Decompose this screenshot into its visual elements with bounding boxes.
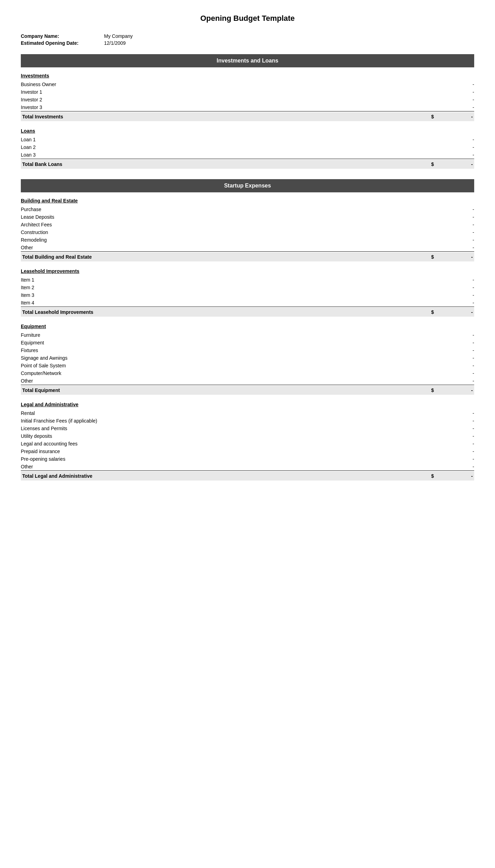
item-value: - <box>433 277 474 283</box>
item-value: - <box>433 82 474 87</box>
item-label: Other <box>21 245 433 250</box>
legal-subsection: Legal and Administrative Rental - Initia… <box>21 402 474 481</box>
item-value: - <box>433 105 474 110</box>
item-label: Architect Fees <box>21 222 433 227</box>
total-building-row: Total Building and Real Estate $ - <box>21 252 474 261</box>
item-label: Construction <box>21 229 433 235</box>
list-item: Equipment - <box>21 339 474 347</box>
building-subsection: Building and Real Estate Purchase - Leas… <box>21 198 474 261</box>
total-loans-row: Total Bank Loans $ - <box>21 160 474 169</box>
startup-expenses-section: Startup Expenses Building and Real Estat… <box>21 179 474 481</box>
list-item: Other - <box>21 377 474 385</box>
item-value: - <box>433 355 474 361</box>
total-value: - <box>442 114 473 119</box>
list-item: Initial Franchise Fees (if applicable) - <box>21 417 474 425</box>
item-value: - <box>433 340 474 345</box>
currency-symbol: $ <box>431 161 442 167</box>
total-label: Total Building and Real Estate <box>22 254 431 260</box>
investments-title: Investments <box>21 73 474 78</box>
item-label: Item 2 <box>21 285 433 290</box>
list-item: Utility deposits - <box>21 432 474 440</box>
list-item: Item 1 - <box>21 276 474 284</box>
item-label: Legal and accounting fees <box>21 441 433 446</box>
item-value: - <box>433 229 474 235</box>
total-value: - <box>442 161 473 167</box>
item-value: - <box>433 464 474 469</box>
list-item: Computer/Network - <box>21 369 474 377</box>
item-value: - <box>433 97 474 102</box>
item-value: - <box>433 300 474 306</box>
item-label: Investor 2 <box>21 97 433 102</box>
item-label: Pre-opening salaries <box>21 456 433 462</box>
meta-section: Company Name: My Company Estimated Openi… <box>21 33 474 46</box>
item-label: Purchase <box>21 207 433 212</box>
currency-symbol: $ <box>431 309 442 315</box>
item-value: - <box>433 418 474 424</box>
total-value: - <box>442 473 473 479</box>
currency-symbol: $ <box>431 254 442 260</box>
total-legal-row: Total Legal and Administrative $ - <box>21 471 474 481</box>
list-item: Fixtures - <box>21 347 474 354</box>
item-value: - <box>433 152 474 158</box>
total-label: Total Bank Loans <box>22 161 431 167</box>
leasehold-subsection: Leasehold Improvements Item 1 - Item 2 -… <box>21 268 474 317</box>
startup-expenses-header: Startup Expenses <box>21 179 474 192</box>
total-equipment-row: Total Equipment $ - <box>21 386 474 395</box>
currency-symbol: $ <box>431 387 442 393</box>
total-label: Total Legal and Administrative <box>22 473 431 479</box>
list-item: Investor 3 - <box>21 103 474 111</box>
list-item: Investor 1 - <box>21 88 474 96</box>
total-label: Total Leasehold Improvements <box>22 309 431 315</box>
item-value: - <box>433 89 474 95</box>
leasehold-title: Leasehold Improvements <box>21 268 474 274</box>
investments-loans-section: Investments and Loans Investments Busine… <box>21 54 474 169</box>
list-item: Furniture - <box>21 331 474 339</box>
item-label: Rental <box>21 410 433 416</box>
item-label: Prepaid insurance <box>21 449 433 454</box>
company-value: My Company <box>104 33 133 39</box>
loans-title: Loans <box>21 128 474 134</box>
list-item: Loan 1 - <box>21 136 474 143</box>
list-item: Purchase - <box>21 206 474 213</box>
list-item: Loan 2 - <box>21 143 474 151</box>
currency-symbol: $ <box>431 114 442 119</box>
item-value: - <box>433 237 474 243</box>
item-value: - <box>433 292 474 298</box>
item-label: Initial Franchise Fees (if applicable) <box>21 418 433 424</box>
list-item: Point of Sale System - <box>21 362 474 369</box>
page-title: Opening Budget Template <box>21 14 474 23</box>
list-item: Pre-opening salaries - <box>21 455 474 463</box>
total-leasehold-row: Total Leasehold Improvements $ - <box>21 308 474 317</box>
item-value: - <box>433 245 474 250</box>
building-title: Building and Real Estate <box>21 198 474 203</box>
item-value: - <box>433 410 474 416</box>
item-value: - <box>433 207 474 212</box>
item-label: Lease Deposits <box>21 214 433 220</box>
currency-symbol: $ <box>431 473 442 479</box>
item-value: - <box>433 363 474 368</box>
item-label: Remodeling <box>21 237 433 243</box>
list-item: Rental - <box>21 409 474 417</box>
investments-subsection: Investments Business Owner - Investor 1 … <box>21 73 474 121</box>
item-value: - <box>433 370 474 376</box>
list-item: Remodeling - <box>21 236 474 244</box>
item-label: Other <box>21 378 433 384</box>
item-label: Licenses and Permits <box>21 426 433 431</box>
total-investments-row: Total Investments $ - <box>21 112 474 121</box>
equipment-title: Equipment <box>21 324 474 329</box>
list-item: Lease Deposits - <box>21 213 474 221</box>
list-item: Construction - <box>21 228 474 236</box>
legal-title: Legal and Administrative <box>21 402 474 407</box>
item-value: - <box>433 449 474 454</box>
list-item: Item 3 - <box>21 291 474 299</box>
list-item: Loan 3 - <box>21 151 474 159</box>
item-value: - <box>433 285 474 290</box>
list-item: Investor 2 - <box>21 96 474 103</box>
total-value: - <box>442 254 473 260</box>
total-value: - <box>442 309 473 315</box>
item-value: - <box>433 332 474 338</box>
item-value: - <box>433 144 474 150</box>
total-value: - <box>442 387 473 393</box>
item-label: Equipment <box>21 340 433 345</box>
list-item: Other - <box>21 463 474 471</box>
